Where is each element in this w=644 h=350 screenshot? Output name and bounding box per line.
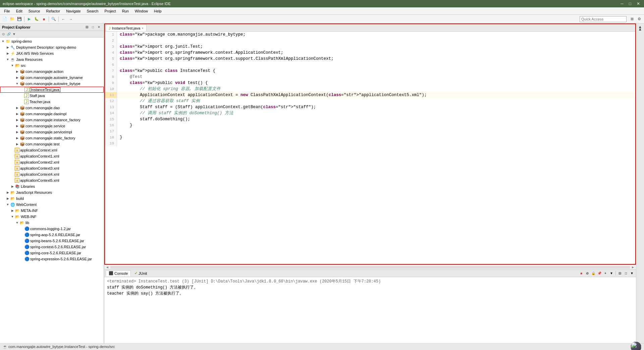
tree-item-spring-demo[interactable]: ▼📁spring-demo <box>0 38 104 44</box>
junit-tab[interactable]: ✔ JUnit <box>131 270 150 276</box>
menu-item-file[interactable]: File <box>1 8 13 14</box>
tree-item-metainf[interactable]: ▶📂META-INF <box>0 208 104 214</box>
tree-item-src[interactable]: ▼📂src <box>0 62 104 69</box>
menu-item-navigate[interactable]: Navigate <box>63 8 83 14</box>
toolbar-back-btn[interactable]: ← <box>60 16 67 23</box>
tree-label-webcontent: WebContent <box>16 203 37 207</box>
console-view-menu-btn[interactable]: ▼ <box>629 271 635 276</box>
tree-item-jsresources[interactable]: ▶📂JavaScript Resources <box>0 189 104 195</box>
tree-item-daoimpl[interactable]: ▶📦com.manongajie.daoimpl <box>0 111 104 117</box>
tree-icon-spring-core: 🔵 <box>24 250 30 256</box>
tree-item-webinf[interactable]: ▼📂WEB-INF <box>0 214 104 220</box>
console-minimize-btn[interactable]: ⊟ <box>617 271 623 276</box>
tree-label-serviceimpl: com.manongajie.serviceimpl <box>25 130 72 134</box>
tree-item-serviceimpl[interactable]: ▶📦com.manongajie.serviceimpl <box>0 129 104 135</box>
toolbar-new-btn[interactable]: 📄 <box>1 16 8 23</box>
toolbar-sep1 <box>24 16 24 22</box>
explorer-close-btn[interactable]: × <box>96 25 102 30</box>
tree-icon-static_factory: 📦 <box>19 135 25 141</box>
toolbar-debug-btn[interactable]: 🐛 <box>33 16 40 23</box>
tree-label-jsresources: JavaScript Resources <box>16 190 52 194</box>
tree-item-static_factory[interactable]: ▶📦com.manongajie.static_factory <box>0 135 104 141</box>
console-scroll-lock-btn[interactable]: 🔒 <box>591 271 596 276</box>
tree-item-ctx4[interactable]: xapplicationContext4.xml <box>0 171 104 177</box>
toolbar-stop-btn[interactable]: ■ <box>41 16 47 23</box>
tree-item-dao[interactable]: ▶📦com.manongajie.dao <box>0 105 104 111</box>
tree-item-spring-aop[interactable]: 🔵spring-aop-5.2.6.RELEASE.jar <box>0 232 104 238</box>
console-tab[interactable]: ⬛ Console <box>106 270 131 276</box>
editor-hscrollbar[interactable]: ◄ ► <box>104 265 636 269</box>
tree-item-commons-logging[interactable]: 🔵commons-logging-1.2.jar <box>0 226 104 232</box>
console-menu-btn[interactable]: ▼ <box>609 271 614 276</box>
tree-arrow-src: ▼ <box>10 64 15 67</box>
toolbar-open-btn[interactable]: 📁 <box>9 16 15 23</box>
quick-access-input[interactable] <box>580 16 627 22</box>
toolbar-search-btn[interactable]: 🔍 <box>50 16 57 23</box>
tree-icon-service: 📦 <box>19 123 25 129</box>
tree-item-lib[interactable]: ▼📂lib <box>0 220 104 226</box>
menu-item-window[interactable]: Window <box>132 8 151 14</box>
explorer-collapse-btn[interactable]: ⊙ <box>1 32 6 37</box>
tree-item-spring-context[interactable]: 🔵spring-context-5.2.6.RELEASE.jar <box>0 244 104 250</box>
tree-item-instance_factory[interactable]: ▶📦com.manongajie.instance_factory <box>0 117 104 123</box>
tree-item-ctx2[interactable]: xapplicationContext2.xml <box>0 159 104 165</box>
tree-item-service[interactable]: ▶📦com.manongajie.service <box>0 123 104 129</box>
console-clear-btn[interactable]: ⊘ <box>585 271 590 276</box>
code-line-19: 19 <box>105 140 635 146</box>
tree-label-instance_factory: com.manongajie.instance_factory <box>25 118 80 122</box>
tree-item-javaresources[interactable]: ▼☕Java Resources <box>0 56 104 62</box>
editor-tab-instancetest[interactable]: J InstanceTest.java × <box>106 25 147 31</box>
code-editor[interactable]: 1class="kw">package com.manongajie.autow… <box>105 32 635 264</box>
console-new-btn[interactable]: + <box>603 271 608 276</box>
explorer-minimize-btn[interactable]: ⊟ <box>84 25 90 30</box>
console-stop-btn[interactable]: ■ <box>579 271 584 276</box>
tree-item-libraries[interactable]: ▶📚Libraries <box>0 183 104 189</box>
tree-item-ctx5[interactable]: xapplicationContext5.xml <box>0 177 104 183</box>
tree-item-webcontent[interactable]: ▼🌐WebContent <box>0 202 104 208</box>
explorer-maximize-btn[interactable]: □ <box>90 25 96 30</box>
right-sidebar-task-btn[interactable]: ◀◀ <box>637 25 644 32</box>
tree-item-deployment[interactable]: ▶🔧Deployment Descriptor: spring-demo <box>0 44 104 50</box>
tree-label-dao: com.manongajie.dao <box>25 106 60 110</box>
tree-item-spring-expression[interactable]: 🔵spring-expression-5.2.6.RELEASE.jar <box>0 256 104 262</box>
toolbar-forward-btn[interactable]: → <box>67 16 74 23</box>
tree-item-byname[interactable]: ▶📦com.manongajie.autowire_byname <box>0 75 104 81</box>
toolbar-run-btn[interactable]: ▶ <box>26 16 33 23</box>
tree-arrow-javaresources: ▼ <box>5 58 10 61</box>
explorer-link-btn[interactable]: 🔗 <box>6 32 11 37</box>
menu-item-source[interactable]: Source <box>26 8 43 14</box>
menu-item-edit[interactable]: Edit <box>13 8 25 14</box>
tree-item-teacher[interactable]: JTeacher.java <box>0 99 104 105</box>
project-explorer-header: Project Explorer ⊟ □ × <box>0 24 104 31</box>
tree-icon-spring-aop: 🔵 <box>24 232 30 237</box>
tree-item-spring-core[interactable]: 🔵spring-core-5.2.6.RELEASE.jar <box>0 250 104 256</box>
maximize-button[interactable]: □ <box>628 1 633 6</box>
toolbar-settings-btn[interactable]: ⚙ <box>636 16 643 23</box>
menu-item-search[interactable]: Search <box>84 8 101 14</box>
tree-item-test[interactable]: ▶📦com.manongajie.test <box>0 141 104 147</box>
console-pin-btn[interactable]: 📌 <box>597 271 602 276</box>
tree-item-jaxws[interactable]: ▶⚡JAX-WS Web Services <box>0 50 104 56</box>
tree-item-build[interactable]: ▶📂build <box>0 195 104 202</box>
console-maximize-btn[interactable]: □ <box>623 271 629 276</box>
toolbar-perspectives-btn[interactable]: ⊞ <box>629 16 635 23</box>
tree-item-action[interactable]: ▶📦com.manongajie.action <box>0 69 104 75</box>
menu-item-refactor[interactable]: Refactor <box>44 8 63 14</box>
menu-item-help[interactable]: Help <box>151 8 164 14</box>
toolbar-save-btn[interactable]: 💾 <box>16 16 23 23</box>
tree-item-ctx1[interactable]: xapplicationContext1.xml <box>0 153 104 159</box>
menu-item-project[interactable]: Project <box>102 8 118 14</box>
tree-item-ctx0[interactable]: xapplicationContext.xml <box>0 147 104 153</box>
tree-icon-javaresources: ☕ <box>10 57 15 62</box>
minimize-button[interactable]: ─ <box>619 1 625 6</box>
tree-item-spring-beans[interactable]: 🔵spring-beans-5.2.6.RELEASE.jar <box>0 238 104 244</box>
explorer-filter-btn[interactable]: ▼ <box>11 32 17 37</box>
editor-tab-close[interactable]: × <box>142 27 144 30</box>
tree-item-ctx3[interactable]: xapplicationContext3.xml <box>0 165 104 171</box>
tree-item-staff[interactable]: JStaff.java <box>0 93 104 99</box>
tree-item-instancetest[interactable]: JInstanceTest.java <box>0 87 104 93</box>
close-button[interactable]: ✕ <box>635 1 641 6</box>
code-line-13: 13 Staff staff = (Staff) applicationCont… <box>105 104 635 110</box>
menu-item-run[interactable]: Run <box>119 8 131 14</box>
tree-item-bytype[interactable]: ▼📦com.manongajie.autowire_bytype <box>0 81 104 87</box>
